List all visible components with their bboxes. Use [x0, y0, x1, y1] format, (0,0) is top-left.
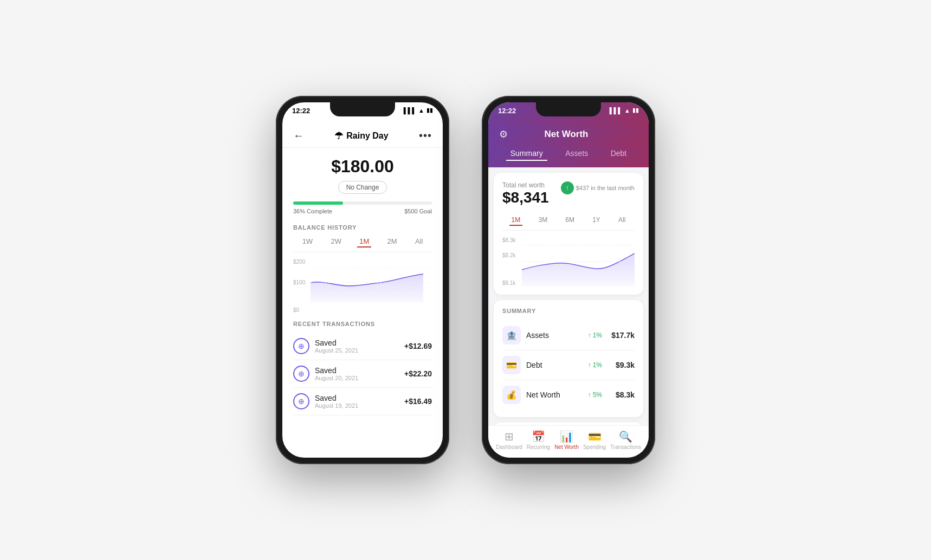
- balance-chart-svg: [311, 259, 432, 302]
- trans-info-1: Saved August 25, 2021: [315, 338, 399, 354]
- recurring-label: Recurring: [527, 444, 550, 450]
- summary-assets-row: 🏦 Assets ↑ 1% $17.7k: [502, 321, 635, 350]
- trans-name-1: Saved: [315, 338, 399, 347]
- trans-name-2: Saved: [315, 366, 399, 375]
- tab-all[interactable]: All: [413, 236, 425, 248]
- phone1-content: $180.00 No Change 36% Complete $500 Goal…: [282, 148, 443, 458]
- trans-amount-2: +$22.20: [404, 369, 432, 378]
- nav-spending[interactable]: 💳 Spending: [583, 430, 606, 450]
- balance-display: $180.00: [293, 157, 432, 177]
- networth-label: Net Worth: [526, 390, 583, 399]
- signal-icon-2: ▌▌▌: [610, 107, 622, 114]
- dashboard-icon: ⊞: [505, 430, 514, 443]
- status-icons-1: ▌▌▌ ▲ ▮▮: [404, 107, 433, 114]
- summary-section: SUMMARY 🏦 Assets ↑ 1% $17.7k 💳 Debt ↑: [494, 300, 643, 417]
- more-button[interactable]: •••: [419, 129, 432, 142]
- summary-title: SUMMARY: [502, 308, 635, 314]
- wifi-icon: ▲: [418, 107, 424, 114]
- tab-assets[interactable]: Assets: [561, 147, 592, 161]
- networth-chart-svg: [522, 237, 635, 286]
- tab-2m[interactable]: 2M: [385, 236, 399, 248]
- spending-label: Spending: [583, 444, 606, 450]
- status-time-1: 12:22: [292, 107, 310, 115]
- period-6m[interactable]: 6M: [563, 215, 577, 226]
- trans-date-2: August 20, 2021: [315, 375, 399, 381]
- transaction-row-3: ⊕ Saved August 19, 2021 +$16.49: [293, 388, 432, 415]
- phone-2: 12:22 ▌▌▌ ▲ ▮▮ ⚙ Net Worth Summary Asset…: [482, 96, 655, 464]
- nav-recurring[interactable]: 📅 Recurring: [527, 430, 550, 450]
- period-1y[interactable]: 1Y: [590, 215, 603, 226]
- back-button[interactable]: ←: [293, 129, 304, 142]
- assets-icon: 🏦: [502, 326, 521, 344]
- main-tabs: Summary Assets Debt: [488, 147, 649, 167]
- networth-value: $8.3k: [607, 390, 635, 399]
- chart-label-83k: $8.3k: [502, 237, 515, 243]
- trans-icon-1: ⊕: [293, 338, 309, 354]
- progress-bar-bg: [293, 201, 432, 205]
- period-3m[interactable]: 3M: [536, 215, 549, 226]
- chart-label-200: $200: [293, 259, 305, 265]
- progress-goal: $500 Goal: [404, 208, 432, 214]
- period-1m[interactable]: 1M: [509, 215, 523, 226]
- trans-date-3: August 19, 2021: [315, 402, 399, 409]
- balance-chart: $200 $100 $0: [293, 259, 432, 313]
- transactions-label: Transactions: [610, 444, 641, 450]
- networth-nav-label: Net Worth: [554, 444, 579, 450]
- networth-arrow-icon: ↑: [588, 391, 591, 399]
- notch-2: [536, 102, 601, 116]
- spending-icon: 💳: [588, 430, 602, 443]
- debt-label: Debt: [526, 361, 583, 369]
- nav-transactions[interactable]: 🔍 Transactions: [610, 430, 641, 450]
- notch-1: [330, 102, 395, 116]
- tab-debt[interactable]: Debt: [606, 147, 631, 161]
- trans-date-1: August 25, 2021: [315, 347, 399, 354]
- debt-change: ↑ 1%: [588, 361, 602, 369]
- networth-chart: $8.3k $8.2k $8.1k: [502, 237, 635, 286]
- nw-change-text: $437 in the last month: [576, 185, 635, 191]
- trans-name-3: Saved: [315, 394, 399, 402]
- progress-labels: 36% Complete $500 Goal: [293, 208, 432, 214]
- header-title-1: ☂ Rainy Day: [334, 130, 388, 142]
- chart-label-81k: $8.1k: [502, 280, 515, 286]
- assets-percent: 1%: [593, 331, 602, 339]
- balance-tabs: 1W 2W 1M 2M All: [293, 236, 432, 252]
- debt-icon: 💳: [502, 356, 521, 374]
- assets-change: ↑ 1%: [588, 331, 602, 339]
- trans-icon-3: ⊕: [293, 393, 309, 409]
- tab-2w[interactable]: 2W: [328, 236, 344, 248]
- umbrella-icon: ☂: [334, 130, 343, 142]
- assets-label: Assets: [526, 331, 583, 340]
- nav-networth[interactable]: 📊 Net Worth: [554, 430, 579, 450]
- transactions-icon: 🔍: [619, 430, 632, 443]
- progress-section: 36% Complete $500 Goal: [293, 201, 432, 214]
- phone-1: 12:22 ▌▌▌ ▲ ▮▮ ← ☂ Rainy Day ••• $180.00…: [276, 96, 449, 464]
- balance-history-title: BALANCE HISTORY: [293, 224, 432, 231]
- dashboard-label: Dashboard: [496, 444, 522, 450]
- nw-top: Total net worth $8,341 ↑ $437 in the las…: [502, 181, 635, 213]
- app-header-1: ← ☂ Rainy Day •••: [282, 126, 443, 148]
- trans-icon-2: ⊕: [293, 366, 309, 382]
- chart-label-100: $100: [293, 279, 305, 285]
- networth-nav-icon: 📊: [560, 430, 573, 443]
- transaction-row-2: ⊕ Saved August 20, 2021 +$22.20: [293, 360, 432, 388]
- assets-arrow-icon: ↑: [588, 331, 591, 339]
- gear-button[interactable]: ⚙: [499, 128, 508, 140]
- phone2-content: Total net worth $8,341 ↑ $437 in the las…: [488, 167, 649, 425]
- page-title-2: Net Worth: [545, 129, 589, 140]
- progress-percent: 36% Complete: [293, 208, 332, 214]
- trans-amount-3: +$16.49: [404, 397, 432, 406]
- tab-summary[interactable]: Summary: [506, 147, 547, 161]
- tab-1w[interactable]: 1W: [300, 236, 315, 248]
- trans-info-3: Saved August 19, 2021: [315, 394, 399, 409]
- recurring-icon: 📅: [532, 430, 545, 443]
- status-icons-2: ▌▌▌ ▲ ▮▮: [610, 107, 639, 114]
- nw-label: Total net worth: [502, 181, 549, 189]
- debt-arrow-icon: ↑: [588, 361, 591, 369]
- period-all[interactable]: All: [616, 215, 628, 226]
- tab-1m[interactable]: 1M: [357, 236, 371, 248]
- wifi-icon-2: ▲: [624, 107, 630, 114]
- nav-dashboard[interactable]: ⊞ Dashboard: [496, 430, 522, 450]
- bottom-nav: ⊞ Dashboard 📅 Recurring 📊 Net Worth 💳 Sp…: [488, 425, 649, 458]
- networth-change: ↑ 5%: [588, 391, 602, 399]
- debt-value: $9.3k: [607, 361, 635, 369]
